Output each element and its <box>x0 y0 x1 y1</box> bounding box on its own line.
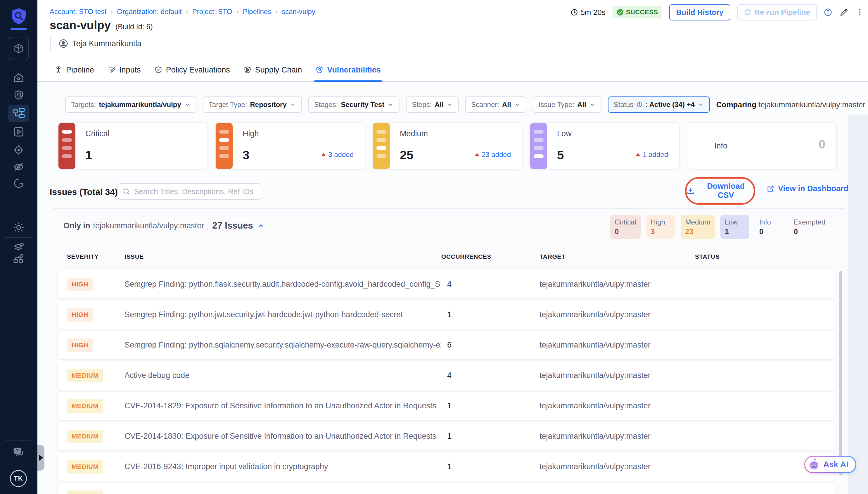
table-row[interactable]: HIGH Semgrep Finding: python.jwt.securit… <box>58 301 835 329</box>
low-gauge-icon <box>530 123 547 169</box>
breadcrumb-account[interactable]: Account: STO test <box>50 7 107 16</box>
card-high[interactable]: High 3 3 added <box>215 122 365 169</box>
nav-default-settings-layers-icon[interactable] <box>0 242 37 252</box>
col-severity: SEVERITY <box>67 253 124 260</box>
card-added-delta: 23 added <box>475 151 511 159</box>
issue-title: Semgrep Finding: python.sqlalchemy.secur… <box>124 341 441 349</box>
nav-org-structure-icon[interactable] <box>0 253 37 264</box>
critical-gauge-icon <box>58 123 75 169</box>
filter-stages[interactable]: Stages:Security Test <box>308 96 400 113</box>
info-icon[interactable] <box>824 8 832 17</box>
table-row[interactable]: MEDIUM Active debug code 4 tejakummariku… <box>58 361 835 390</box>
card-critical[interactable]: Critical 1 <box>58 122 208 169</box>
build-history-button[interactable]: Build History <box>669 4 731 20</box>
severity-badge: MEDIUM <box>67 399 103 413</box>
card-medium[interactable]: Medium 25 23 added <box>373 122 522 169</box>
filter-status[interactable]: Status : Active (34) +4 <box>608 96 710 113</box>
severity-summary-cards: Critical 1 High 3 3 added Medium 25 23 a… <box>58 122 837 169</box>
filter-target-type[interactable]: Target Type:Repository <box>203 96 302 113</box>
breadcrumb-separator: › <box>236 7 239 16</box>
target: tejakummarikuntla/vulpy:master <box>540 493 695 494</box>
target: tejakummarikuntla/vulpy:master <box>540 401 695 411</box>
tab-policy-evaluations[interactable]: Policy Evaluations <box>154 58 230 81</box>
shield-search-icon <box>315 66 324 74</box>
table-scrollbar[interactable] <box>840 271 842 475</box>
card-count: 0 <box>818 137 825 151</box>
card-low[interactable]: Low 5 1 added <box>530 122 679 169</box>
table-row[interactable]: MEDIUM CVE-2016-9243: Improper input val… <box>58 453 835 481</box>
table-row[interactable]: MEDIUM CVE-2014-1829: Exposure of Sensit… <box>58 392 835 420</box>
issue-title: Active debug code <box>124 371 441 380</box>
tab-pipeline[interactable]: Pipeline <box>54 58 94 81</box>
nav-hidden-issues-eye-off-icon[interactable] <box>0 162 37 172</box>
help-chat-icon[interactable]: ? <box>0 446 37 459</box>
collapse-chevron-up-icon[interactable] <box>257 222 265 229</box>
card-label: Low <box>557 129 572 138</box>
target: tejakummarikuntla/vulpy:master <box>540 462 695 471</box>
filter-scanner[interactable]: Scanner:All <box>465 96 526 113</box>
search-input[interactable] <box>134 187 256 196</box>
download-csv-button[interactable]: Download CSV <box>687 182 754 200</box>
view-in-dashboard-button[interactable]: View in Dashboard <box>766 184 848 193</box>
nav-test-targets-shield-icon[interactable] <box>0 90 37 100</box>
nav-home-icon[interactable] <box>0 72 37 83</box>
nav-targets-icon[interactable] <box>0 145 37 155</box>
kebab-menu-icon[interactable] <box>856 8 864 16</box>
occurrences: 4 <box>441 371 540 380</box>
tab-supply-chain[interactable]: Supply Chain <box>244 58 302 81</box>
card-label: Medium <box>400 129 428 138</box>
group-severity-pills: Critical0 High3 Medium23 Low1 Info0 Exem… <box>610 215 830 239</box>
filter-steps[interactable]: Steps:All <box>406 96 459 113</box>
nav-pipelines-active[interactable] <box>8 104 29 122</box>
check-circle-icon <box>617 9 624 16</box>
card-added-delta: 1 added <box>636 151 668 159</box>
table-row[interactable]: MEDIUM CVE-2017-11424: PyJWT: signed tok… <box>58 483 835 494</box>
card-info[interactable]: Info 0 <box>687 122 837 169</box>
group-issue-count: 27 Issues <box>212 221 253 231</box>
logo-underline <box>11 28 27 30</box>
card-count: 1 <box>85 148 92 162</box>
sto-logo-icon[interactable] <box>11 7 27 25</box>
medium-gauge-icon <box>373 123 390 169</box>
breadcrumb-current-pipeline[interactable]: scan-vulpy <box>282 7 315 16</box>
edit-pipeline-pencil-icon[interactable] <box>840 7 849 17</box>
breadcrumb-separator: › <box>275 7 278 16</box>
filter-targets[interactable]: Targets:tejakummarikuntla/vulpy <box>65 96 196 113</box>
sidebar-expand-handle[interactable] <box>37 445 44 471</box>
breadcrumb-pipelines[interactable]: Pipelines <box>243 7 271 16</box>
nav-executions-icon[interactable] <box>0 126 37 137</box>
breadcrumb-project[interactable]: Project: STO <box>192 7 232 16</box>
user-avatar[interactable]: TK <box>10 470 27 487</box>
high-gauge-icon <box>216 123 233 169</box>
card-count: 3 <box>243 148 249 162</box>
table-row[interactable]: HIGH Semgrep Finding: python.flask.secur… <box>58 270 835 299</box>
refresh-icon <box>744 8 751 16</box>
chevron-down-icon <box>589 101 596 108</box>
filter-issue-type[interactable]: Issue Type:All <box>533 96 601 113</box>
issue-group-header[interactable]: Only in tejakummarikuntla/vulpy:master 2… <box>63 221 265 231</box>
nav-exemptions-icon[interactable] <box>0 178 37 189</box>
table-row[interactable]: MEDIUM CVE-2014-1830: Exposure of Sensit… <box>58 422 835 451</box>
nav-settings-gear-icon[interactable] <box>0 222 37 233</box>
filter-row: Targets:tejakummarikuntla/vulpy Target T… <box>65 96 847 113</box>
info-icon <box>637 102 642 108</box>
card-count: 25 <box>400 148 413 162</box>
rerun-pipeline-button[interactable]: Re-run Pipeline <box>737 4 816 20</box>
issue-title: CVE-2014-1829: Exposure of Sensitive Inf… <box>124 401 441 411</box>
table-row[interactable]: HIGH Semgrep Finding: python.sqlalchemy.… <box>58 331 835 359</box>
module-selector-cube-icon[interactable] <box>9 37 28 60</box>
chevron-down-icon <box>184 101 191 108</box>
occurrences: 1 <box>441 432 540 441</box>
inputs-icon <box>108 66 116 74</box>
clock-icon <box>571 8 578 16</box>
tab-inputs[interactable]: Inputs <box>108 58 141 81</box>
triangle-up-icon <box>321 153 326 156</box>
right-gutter <box>848 115 868 494</box>
breadcrumb-organization[interactable]: Organization: default <box>117 7 181 16</box>
ask-ai-button[interactable]: Ask AI <box>804 456 856 473</box>
occurrences: 4 <box>441 280 540 289</box>
severity-badge: MEDIUM <box>67 460 103 474</box>
occurrences: 1 <box>441 401 540 411</box>
ask-ai-label: Ask AI <box>823 460 848 469</box>
tab-vulnerabilities[interactable]: Vulnerabilities <box>315 58 381 81</box>
